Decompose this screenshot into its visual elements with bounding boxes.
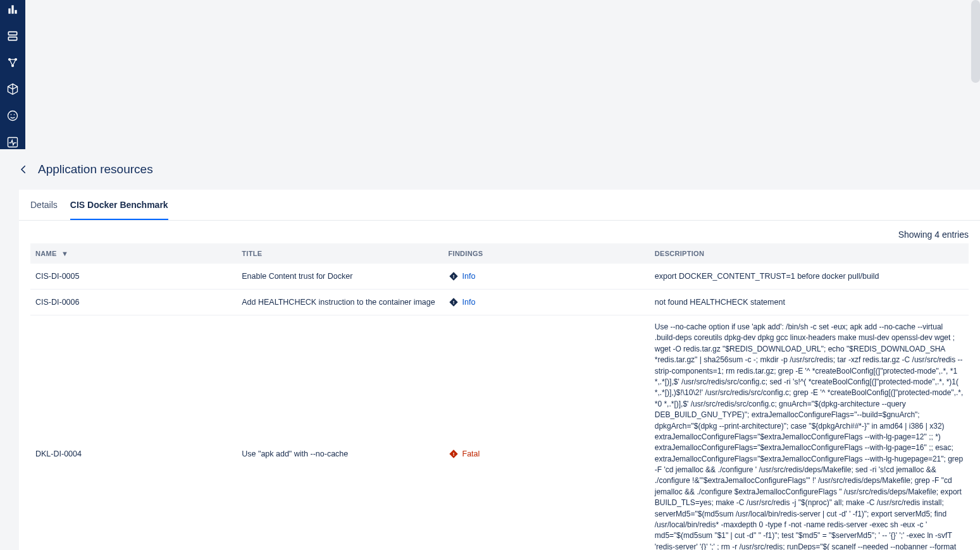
svg-rect-3 xyxy=(8,32,16,35)
sort-desc-icon: ▼ xyxy=(61,250,68,257)
severity-fatal-icon: ! xyxy=(449,449,459,459)
cell-title: Enable Content trust for Docker xyxy=(237,264,443,290)
svg-text:!: ! xyxy=(452,274,454,279)
page-title: Application resources xyxy=(38,162,153,176)
cell-name: DKL-DI-0004 xyxy=(30,315,237,551)
svg-point-9 xyxy=(11,114,12,116)
svg-point-10 xyxy=(14,114,15,116)
cell-name: CIS-DI-0005 xyxy=(30,264,237,290)
severity-info-icon: ! xyxy=(449,297,459,307)
cell-description: not found HEALTHCHECK statement xyxy=(650,290,969,315)
table-row[interactable]: DKL-DI-0004 Use "apk add" with --no-cach… xyxy=(30,315,969,551)
severity-info-icon: ! xyxy=(449,271,459,281)
cell-title: Add HEALTHCHECK instruction to the conta… xyxy=(237,290,443,315)
bar-chart-icon[interactable] xyxy=(6,3,20,16)
cell-findings: ! Info xyxy=(443,264,650,290)
nodes-icon[interactable] xyxy=(6,56,20,70)
scrollbar[interactable] xyxy=(971,0,980,83)
col-header-title[interactable]: TITLE xyxy=(237,243,443,264)
main: Application resources Details CIS Docker… xyxy=(0,149,980,550)
tab-details[interactable]: Details xyxy=(30,190,58,220)
tabs: Details CIS Docker Benchmark xyxy=(19,190,980,221)
tab-cis-docker-benchmark[interactable]: CIS Docker Benchmark xyxy=(70,190,168,220)
finding-level: Info xyxy=(462,298,476,307)
svg-text:!: ! xyxy=(452,300,454,305)
content-card: Details CIS Docker Benchmark Showing 4 e… xyxy=(19,190,980,550)
cell-findings: ! Fatal xyxy=(443,315,650,551)
finding-level: Fatal xyxy=(462,449,480,458)
svg-rect-1 xyxy=(11,5,13,13)
header: Application resources xyxy=(0,149,980,190)
cell-description: export DOCKER_CONTENT_TRUST=1 before doc… xyxy=(650,264,969,290)
cell-findings: ! Info xyxy=(443,290,650,315)
back-button[interactable] xyxy=(18,164,29,175)
svg-rect-0 xyxy=(8,8,10,13)
cell-description: Use --no-cache option if use 'apk add': … xyxy=(650,315,969,551)
svg-rect-4 xyxy=(8,37,16,40)
col-header-findings[interactable]: FINDINGS xyxy=(443,243,650,264)
table-row[interactable]: CIS-DI-0005 Enable Content trust for Doc… xyxy=(30,264,969,290)
benchmark-table: NAME ▼ TITLE FINDINGS DESCRIPTION CIS-DI… xyxy=(30,243,969,550)
server-icon[interactable] xyxy=(6,29,20,43)
table-row[interactable]: CIS-DI-0006 Add HEALTHCHECK instruction … xyxy=(30,290,969,315)
col-header-description[interactable]: DESCRIPTION xyxy=(650,243,969,264)
activity-icon[interactable] xyxy=(6,135,20,149)
table-wrap: Showing 4 entries NAME ▼ TITLE FINDINGS … xyxy=(19,221,980,550)
cube-icon[interactable] xyxy=(6,82,20,96)
svg-point-8 xyxy=(8,111,18,121)
table-showing-count: Showing 4 entries xyxy=(898,229,969,240)
finding-level: Info xyxy=(462,272,476,281)
svg-rect-2 xyxy=(15,10,16,14)
col-header-name[interactable]: NAME ▼ xyxy=(30,243,237,264)
cell-title: Use "apk add" with --no-cache xyxy=(237,315,443,551)
smiley-icon[interactable] xyxy=(6,109,20,123)
svg-text:!: ! xyxy=(452,451,454,456)
cell-name: CIS-DI-0006 xyxy=(30,290,237,315)
sidebar xyxy=(0,0,25,149)
